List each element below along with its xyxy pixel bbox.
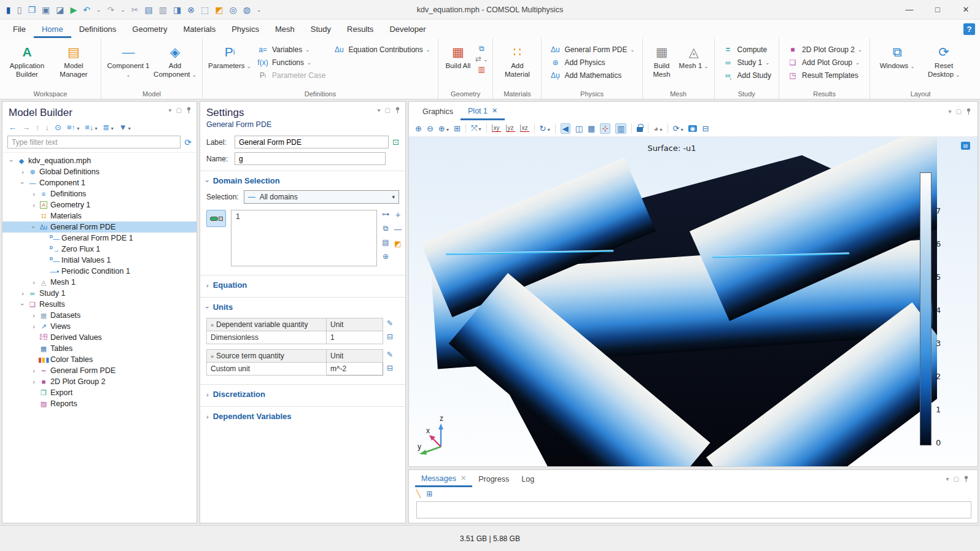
redo-chevron-icon[interactable]: ⌄ — [120, 7, 125, 13]
section-dependent-variables[interactable]: ›Dependent Variables — [200, 407, 405, 425]
messages-output[interactable] — [416, 501, 971, 518]
insert-sequence-icon[interactable]: ⧉ — [479, 44, 484, 53]
build-mesh-button[interactable]: ▦ Build Mesh — [648, 42, 676, 88]
find-icon[interactable]: ◎ — [229, 5, 236, 15]
equation-contributions-button[interactable]: Δu Equation Contributions⌄ — [330, 44, 433, 55]
paste-icon[interactable]: ▥ — [159, 5, 167, 15]
zoom-box-icon[interactable]: ⊕ ▾ — [438, 124, 449, 133]
minimize-button[interactable]: — — [895, 0, 924, 19]
tree-node-derived-values[interactable]: 8.85e-12 Derived Values — [2, 332, 196, 343]
copy-icon[interactable]: ▤ — [145, 5, 153, 15]
edit-table-icon[interactable]: ✎ — [387, 319, 393, 328]
parameter-case-button[interactable]: Pi Parameter Case — [254, 70, 328, 81]
create-selection-icon[interactable]: ⊶ — [382, 210, 389, 218]
table-options-icon[interactable]: ⊟ — [387, 364, 393, 372]
dependent-quantity-cell[interactable]: Dimensionless — [207, 331, 327, 344]
message-table-icon[interactable]: ⊞ — [426, 490, 432, 498]
parameters-button[interactable]: Pi Parameters ⌄ — [208, 42, 252, 88]
float-panel-icon[interactable]: ▢ — [385, 107, 391, 114]
view-xz-icon[interactable]: xz — [520, 125, 529, 132]
rotate-icon[interactable]: ↻ ▾ — [540, 124, 550, 133]
model-manager-button[interactable]: ▤ Model Manager — [52, 42, 96, 88]
preview-icon[interactable]: ◍ — [243, 5, 251, 15]
default-view-icon[interactable]: ⤧ ▾ — [471, 123, 481, 133]
rename-icon[interactable]: ⊡ — [392, 137, 399, 147]
tab-log[interactable]: Log — [515, 470, 540, 487]
zoom-to-selection-icon[interactable]: ⊕ — [383, 252, 389, 261]
source-quantity-cell[interactable]: Custom unit — [207, 363, 327, 376]
general-form-pde-button[interactable]: Δu General Form PDE⌄ — [546, 44, 637, 55]
tree-node-mesh-1[interactable]: ›◬ Mesh 1 — [2, 277, 196, 288]
component-1-button[interactable]: — Component 1 ⌄ — [106, 42, 150, 88]
menu-mesh[interactable]: Mesh — [267, 20, 303, 38]
section-domain-selection[interactable]: ›Domain Selection — [200, 171, 405, 189]
add-study-button[interactable]: ∞̟ Add Study — [720, 70, 774, 81]
clear-messages-icon[interactable]: ╲ — [416, 490, 421, 498]
clear-selection-icon[interactable]: ◩ — [215, 5, 223, 15]
virtual-operations-icon[interactable]: ▥ — [478, 65, 485, 74]
mesh-1-button[interactable]: ◬ Mesh 1 ⌄ — [679, 42, 709, 88]
float-panel-icon[interactable]: ▢ — [954, 476, 959, 482]
menu-study[interactable]: Study — [303, 20, 339, 38]
snapshot-icon[interactable]: ◉ — [688, 125, 698, 132]
tree-node-results[interactable]: ›❏ Results — [2, 299, 196, 310]
qat-overflow-icon[interactable]: ⌄ — [257, 7, 262, 13]
add-mathematics-button[interactable]: Δu̟ Add Mathematics — [546, 70, 637, 81]
menu-results[interactable]: Results — [339, 20, 381, 38]
move-down-icon[interactable]: ↓ — [45, 123, 50, 132]
clear-selection-icon[interactable]: ◩ — [394, 239, 401, 248]
tree-node-materials[interactable]: ∷ Materials — [2, 210, 196, 222]
selection-dropdown[interactable]: — All domains ▾ — [244, 190, 399, 204]
menu-home[interactable]: Home — [34, 20, 71, 38]
select-box-icon[interactable]: ⬚ — [201, 5, 209, 15]
zoom-in-icon[interactable]: ⊕ — [415, 124, 422, 133]
application-builder-button[interactable]: A Application Builder — [5, 42, 49, 88]
tree-node-study-1[interactable]: ›∞ Study 1 — [2, 288, 196, 299]
close-tab-icon[interactable]: ✕ — [461, 474, 466, 482]
node-grouping-icon[interactable]: ≣ ▾ — [103, 123, 114, 132]
tab-graphics[interactable]: Graphics — [415, 102, 461, 120]
2d-plot-group-2-button[interactable]: ■ 2D Plot Group 2⌄ — [784, 44, 865, 55]
back-icon[interactable]: ← — [9, 123, 17, 132]
plot-settings-icon[interactable]: ▤ — [961, 142, 970, 150]
tree-node-reports[interactable]: ▨ Reports — [2, 398, 196, 409]
windows-button[interactable]: ⧉ Windows ⌄ — [875, 42, 919, 88]
delete-icon[interactable]: ⊗ — [187, 5, 195, 15]
help-button[interactable]: ? — [963, 23, 975, 35]
print-icon[interactable]: ⊟ — [702, 124, 709, 133]
tree-node-zero-flux-1[interactable]: D→ Zero Flux 1 — [2, 244, 196, 255]
transparency-icon[interactable]: ◫ — [575, 124, 583, 133]
table-options-icon[interactable]: ⊟ — [387, 333, 393, 341]
zoom-extents-icon[interactable]: ⊞ — [454, 124, 461, 133]
redo-icon[interactable]: ↷ — [107, 5, 115, 15]
filter-input[interactable] — [7, 136, 181, 148]
dependent-unit-cell[interactable]: 1 — [327, 331, 383, 344]
menu-materials[interactable]: Materials — [175, 20, 224, 38]
source-unit-cell[interactable]: m^-2 — [327, 363, 383, 376]
pin-icon[interactable] — [395, 107, 400, 114]
menu-definitions[interactable]: Definitions — [71, 20, 125, 38]
lock-view-icon[interactable] — [637, 127, 643, 132]
copy-selection-icon[interactable]: ⧉ — [383, 224, 389, 233]
add-component-button[interactable]: ◈ Add Component ⌄ — [153, 42, 197, 88]
show-axes-icon[interactable]: ⊹ — [600, 123, 610, 134]
add-material-button[interactable]: ∷ Add Material — [498, 42, 536, 88]
pin-icon[interactable] — [186, 107, 192, 114]
reset-desktop-button[interactable]: ⟳ Reset Desktop ⌄ — [922, 42, 966, 88]
menu-physics[interactable]: Physics — [224, 20, 267, 38]
maximize-button[interactable]: □ — [924, 0, 952, 19]
undo-chevron-icon[interactable]: ⌄ — [96, 7, 101, 13]
section-units[interactable]: ›Units — [200, 298, 405, 315]
tab-messages[interactable]: Messages✕ — [415, 470, 472, 487]
close-tab-icon[interactable]: ✕ — [492, 107, 497, 115]
name-input[interactable] — [235, 152, 386, 165]
run-icon[interactable]: ▶ — [70, 5, 77, 15]
edit-table-icon[interactable]: ✎ — [387, 350, 393, 359]
duplicate-icon[interactable]: ◨ — [173, 5, 181, 15]
color-legend-icon[interactable]: ▥ — [615, 123, 626, 134]
tree-node-component-1[interactable]: ›— Component 1 — [2, 177, 196, 188]
tree-node-root[interactable]: ›◆ kdv_equation.mph — [2, 155, 196, 166]
float-panel-icon[interactable]: ▢ — [956, 108, 962, 115]
filter-icon[interactable]: ▼ ▾ — [119, 123, 131, 132]
tree-node-periodic-condition-1[interactable]: —▪ Periodic Condition 1 — [2, 266, 196, 277]
